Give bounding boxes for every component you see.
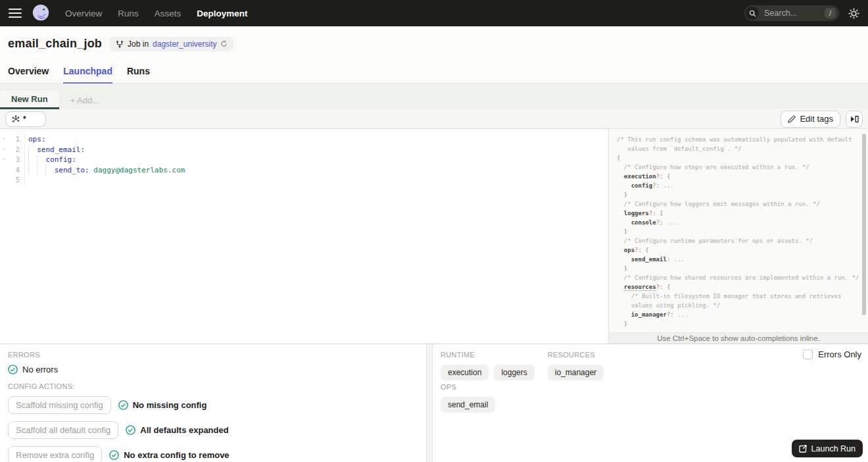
schema-token: : — [667, 256, 674, 263]
schema-token: /* Built-in filesystem IO manager that s… — [631, 293, 842, 299]
indent-guide — [28, 145, 37, 155]
remove-extra-config-button[interactable]: Remove extra config — [8, 446, 102, 462]
tag-row: RUNTIMEexecutionloggersRESOURCESio_manag… — [441, 351, 860, 380]
fold-caret-icon[interactable]: ▾ — [0, 145, 8, 155]
editor-line: 5 — [0, 175, 608, 186]
schema-line: config?: ... — [617, 181, 856, 190]
tab-new-run[interactable]: New Run — [0, 91, 59, 109]
yaml-value: daggy@dagsterlabs.com — [89, 165, 185, 176]
tab-runs[interactable]: Runs — [127, 66, 150, 84]
schema-token: /* Configure runtime parameters for ops … — [624, 238, 813, 244]
fold-caret-icon — [0, 175, 8, 186]
schema-token — [617, 284, 624, 290]
schema-token: : — [656, 182, 663, 189]
yaml-key: send_to: — [55, 165, 89, 176]
schema-line: send_email: ... — [617, 255, 856, 264]
panel-resize-handle[interactable] — [426, 344, 433, 462]
schema-token — [617, 256, 631, 263]
errors-label: ERRORS — [8, 351, 418, 359]
schema-scrollbar[interactable] — [862, 134, 866, 315]
schema-token — [617, 247, 624, 253]
top-nav-bar: OverviewRunsAssetsDeployment Search... / — [0, 0, 868, 26]
reload-repo-icon[interactable] — [220, 40, 228, 47]
schema-token: loggers — [624, 210, 649, 217]
errors-only-label: Errors Only — [818, 349, 861, 359]
line-number: 2 — [8, 145, 25, 155]
search-input[interactable]: Search... / — [744, 5, 839, 21]
run-config-tab-strip: New Run + Add... — [0, 84, 868, 109]
edit-tags-button[interactable]: Edit tags — [781, 111, 840, 128]
search-shortcut-badge: / — [825, 8, 836, 18]
schema-token: config — [631, 182, 653, 189]
top-nav-assets[interactable]: Assets — [155, 9, 181, 18]
check-circle-icon — [126, 425, 135, 435]
editor-line: 4send_to: daggy@dagsterlabs.com — [0, 165, 608, 176]
op-selector-input[interactable]: * — [5, 111, 46, 127]
schema-line: } — [617, 190, 856, 199]
repo-link[interactable]: dagster_university — [153, 39, 216, 49]
tag-loggers[interactable]: loggers — [494, 365, 534, 380]
indent-guide — [45, 165, 54, 176]
schema-token: : — [660, 219, 667, 226]
indent-guide — [28, 165, 37, 176]
line-number: 4 — [8, 165, 25, 176]
schema-token — [617, 164, 624, 170]
config-schema-panel: /* This run config schema was automatica… — [608, 129, 868, 344]
tag-group-runtime: RUNTIMEexecutionloggers — [441, 351, 535, 380]
fold-caret-icon[interactable]: ▾ — [0, 134, 8, 145]
fold-caret-icon — [0, 165, 8, 176]
fold-caret-icon[interactable]: ▾ — [0, 155, 8, 165]
tag-io_manager[interactable]: io_manager — [548, 365, 604, 380]
line-number: 3 — [8, 155, 25, 165]
config-action-row: Remove extra configNo extra config to re… — [8, 446, 418, 462]
top-nav-deployment[interactable]: Deployment — [197, 9, 247, 18]
tag-row: OPSsend_email — [441, 383, 860, 413]
editor-line: ▾1ops: — [0, 134, 608, 145]
schema-token: } — [617, 228, 627, 235]
runtime-label: RUNTIME — [441, 351, 535, 359]
yaml-key: config: — [45, 155, 76, 165]
errors-only-checkbox[interactable] — [803, 349, 813, 359]
expand-panel-button[interactable] — [846, 111, 863, 128]
settings-gear-icon[interactable] — [848, 8, 859, 19]
launch-run-label: Launch Run — [811, 444, 856, 453]
schema-line: /* Configure how loggers emit messages w… — [617, 199, 856, 209]
launch-run-button[interactable]: Launch Run — [792, 440, 863, 457]
no-errors-status: No errors — [8, 365, 418, 374]
tag-group-ops: OPSsend_email — [441, 383, 495, 413]
top-nav-runs[interactable]: Runs — [118, 9, 139, 18]
schema-token: { — [617, 155, 620, 161]
scaffold-missing-config-button[interactable]: Scaffold missing config — [8, 396, 111, 414]
editor-line: ▾2send_email: — [0, 145, 608, 155]
tag-execution[interactable]: execution — [441, 365, 489, 380]
schema-token: /* This run config schema was automatica… — [617, 136, 852, 143]
schema-token: : { — [652, 210, 663, 217]
tag-group-resources: RESOURCESio_manager — [548, 351, 604, 380]
schema-line: values from `default_config`. */ — [617, 144, 856, 153]
schema-line: ops?: { — [617, 245, 856, 255]
schema-token — [617, 173, 624, 180]
schema-token — [617, 238, 624, 244]
schema-token: : { — [639, 247, 649, 253]
schema-token — [617, 302, 631, 309]
config-action-status: All defaults expanded — [126, 425, 228, 435]
scaffold-all-default-config-button[interactable]: Scaffold all default config — [8, 421, 118, 439]
tag-send_email[interactable]: send_email — [441, 397, 495, 413]
check-circle-icon — [8, 365, 18, 374]
editor-line: ▾3config: — [0, 155, 608, 165]
hamburger-menu-icon[interactable] — [9, 9, 22, 18]
add-config-tab-button[interactable]: + Add... — [59, 91, 110, 109]
schema-token: } — [617, 265, 627, 272]
tab-overview[interactable]: Overview — [8, 66, 49, 84]
search-icon — [746, 7, 759, 20]
schema-token: values using pickling. */ — [631, 302, 720, 309]
schema-line: /* Configure how steps are executed with… — [617, 163, 856, 172]
schema-token: } — [617, 321, 627, 327]
schema-token — [617, 311, 631, 318]
dagster-logo-icon[interactable] — [31, 3, 51, 23]
top-nav-overview[interactable]: Overview — [65, 9, 102, 18]
tab-launchpad[interactable]: Launchpad — [63, 66, 112, 84]
run-config-editor[interactable]: ▾1ops:▾2send_email:▾3config:4send_to: da… — [0, 129, 608, 344]
config-actions-label: CONFIG ACTIONS: — [8, 382, 418, 390]
toolbar-right-actions: Edit tags — [781, 111, 863, 128]
